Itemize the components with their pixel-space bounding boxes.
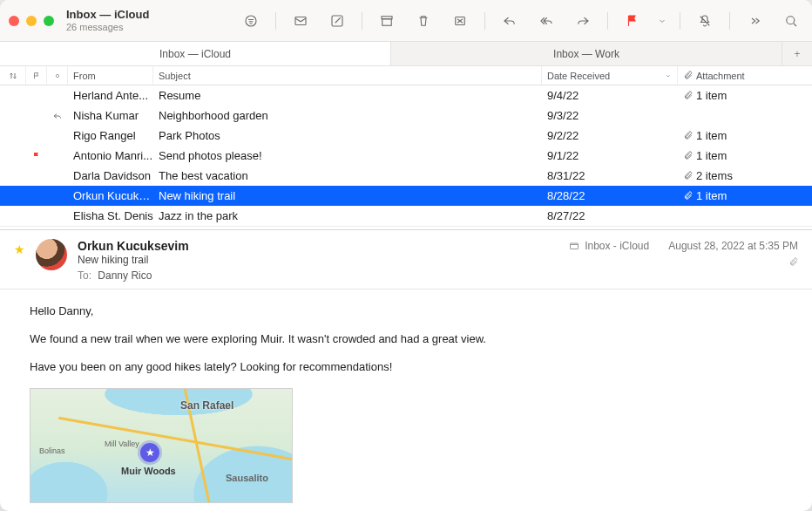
map-pin-icon: ★ xyxy=(140,443,159,462)
search-button[interactable] xyxy=(779,10,803,31)
map-attachment[interactable]: San Rafael Bolinas Mill Valley ★ Muir Wo… xyxy=(30,388,293,503)
message-row[interactable]: Nisha KumarNeighborhood garden9/3/22 xyxy=(0,106,812,126)
row-date: 9/3/22 xyxy=(542,109,678,122)
window-title: Inbox — iCloud xyxy=(66,9,188,22)
row-from: Darla Davidson xyxy=(68,169,153,182)
row-subject: The best vacation xyxy=(153,169,542,182)
row-reply-icon xyxy=(47,111,68,121)
message-row[interactable]: Antonio Manri...Send photos please!9/1/2… xyxy=(0,146,812,166)
flag-menu-chevron-icon[interactable] xyxy=(657,10,667,31)
row-flag-icon xyxy=(26,151,47,161)
row-attachment: 1 item xyxy=(678,129,812,142)
sort-column-header[interactable] xyxy=(0,66,26,85)
row-subject: Jazz in the park xyxy=(153,209,542,222)
preview-folder[interactable]: Inbox - iCloud August 28, 2022 at 5:35 P… xyxy=(569,239,798,252)
body-paragraph: Hello Danny, xyxy=(30,303,791,319)
zoom-window-button[interactable] xyxy=(44,16,54,26)
preview-body: Hello Danny, We found a new trail when w… xyxy=(0,290,812,511)
svg-point-0 xyxy=(246,16,256,26)
preview-sender-name: Orkun Kucuksevim xyxy=(78,239,558,253)
body-paragraph: Have you been on any good hikes lately? … xyxy=(30,359,791,375)
map-pin-label: Muir Woods xyxy=(121,466,176,476)
row-subject: Resume xyxy=(153,89,542,102)
row-date: 9/1/22 xyxy=(542,149,678,162)
message-row[interactable]: Elisha St. DenisJazz in the park8/27/22 xyxy=(0,206,812,226)
message-row[interactable]: Darla DavidsonThe best vacation8/31/222 … xyxy=(0,166,812,186)
to-value[interactable]: Danny Rico xyxy=(98,269,152,282)
more-button[interactable] xyxy=(742,10,767,31)
preview-date: August 28, 2022 at 5:35 PM xyxy=(668,240,798,252)
map-label-sausalito: Sausalito xyxy=(226,473,268,483)
row-date: 8/31/22 xyxy=(542,169,678,182)
row-date: 9/4/22 xyxy=(542,89,678,102)
column-headers: From Subject Date Received Attachment xyxy=(0,66,812,85)
svg-rect-8 xyxy=(571,243,579,249)
row-attachment: 1 item xyxy=(678,189,812,202)
row-date: 8/28/22 xyxy=(542,189,678,202)
attachment-column-header[interactable]: Attachment xyxy=(678,66,812,85)
map-label-bolinas: Bolinas xyxy=(39,446,65,455)
vip-star-icon[interactable]: ★ xyxy=(14,242,25,282)
row-subject: New hiking trail xyxy=(153,189,542,202)
window-controls xyxy=(9,16,54,26)
row-attachment: 1 item xyxy=(678,149,812,162)
titlebar: Inbox — iCloud 26 messages xyxy=(0,0,812,42)
date-column-header[interactable]: Date Received xyxy=(542,66,678,85)
from-column-header[interactable]: From xyxy=(68,66,153,85)
subject-column-header[interactable]: Subject xyxy=(153,66,542,85)
preview-attachment-indicator[interactable] xyxy=(569,257,798,269)
row-subject: Neighborhood garden xyxy=(153,109,542,122)
svg-rect-1 xyxy=(295,17,306,24)
window-subtitle: 26 messages xyxy=(66,22,188,33)
preview-subject: New hiking trail xyxy=(78,254,558,266)
preview-to-line: To: Danny Rico xyxy=(78,269,558,282)
sender-avatar[interactable] xyxy=(36,239,67,270)
row-from: Antonio Manri... xyxy=(68,149,153,162)
folder-icon xyxy=(569,241,579,251)
preview-header: ★ Orkun Kucuksevim New hiking trail To: … xyxy=(0,230,812,290)
message-row[interactable]: Herland Ante...Resume9/4/221 item xyxy=(0,85,812,106)
paperclip-icon xyxy=(683,71,693,80)
minimize-window-button[interactable] xyxy=(26,16,37,26)
preview-folder-label: Inbox - iCloud xyxy=(585,240,649,252)
row-from: Orkun Kucuks... xyxy=(68,189,153,202)
preview-meta: Inbox - iCloud August 28, 2022 at 5:35 P… xyxy=(569,239,798,282)
mailbox-tabs: Inbox — iCloud Inbox — Work + xyxy=(0,42,812,66)
window-title-block: Inbox — iCloud 26 messages xyxy=(66,9,188,33)
add-tab-button[interactable]: + xyxy=(782,42,812,65)
message-row[interactable]: Orkun Kucuks...New hiking trail8/28/221 … xyxy=(0,186,812,206)
flag-button[interactable] xyxy=(620,10,645,31)
tab-inbox-icloud[interactable]: Inbox — iCloud xyxy=(0,42,391,65)
svg-point-7 xyxy=(56,74,58,77)
flag-column-header[interactable] xyxy=(26,66,47,85)
body-paragraph: We found a new trail when we were explor… xyxy=(30,331,791,347)
row-from: Rigo Rangel xyxy=(68,129,153,142)
svg-point-6 xyxy=(787,16,795,24)
message-row[interactable]: Rigo RangelPark Photos9/2/221 item xyxy=(0,126,812,146)
row-attachment: 1 item xyxy=(678,89,812,102)
to-label: To: xyxy=(78,269,91,282)
archive-button[interactable] xyxy=(375,10,399,31)
map-label-mill-valley: Mill Valley xyxy=(105,439,139,448)
mute-button[interactable] xyxy=(693,10,717,31)
row-date: 8/27/22 xyxy=(542,209,678,222)
row-from: Herland Ante... xyxy=(68,89,153,102)
row-attachment: 2 items xyxy=(678,169,812,182)
status-column-header[interactable] xyxy=(47,66,68,85)
tab-inbox-work[interactable]: Inbox — Work xyxy=(391,42,782,65)
tab-label: Inbox — iCloud xyxy=(159,48,231,60)
new-message-button[interactable] xyxy=(288,10,313,31)
junk-button[interactable] xyxy=(448,10,472,31)
trash-button[interactable] xyxy=(411,10,436,31)
row-from: Elisha St. Denis xyxy=(68,209,153,222)
forward-button[interactable] xyxy=(571,10,595,31)
close-window-button[interactable] xyxy=(9,16,19,26)
filter-button[interactable] xyxy=(239,10,263,31)
chevron-down-icon xyxy=(665,72,672,79)
reply-button[interactable] xyxy=(497,10,522,31)
toolbar xyxy=(239,10,803,31)
row-from: Nisha Kumar xyxy=(68,109,153,122)
reply-all-button[interactable] xyxy=(534,10,558,31)
paperclip-icon xyxy=(788,257,798,267)
compose-button[interactable] xyxy=(325,10,349,31)
